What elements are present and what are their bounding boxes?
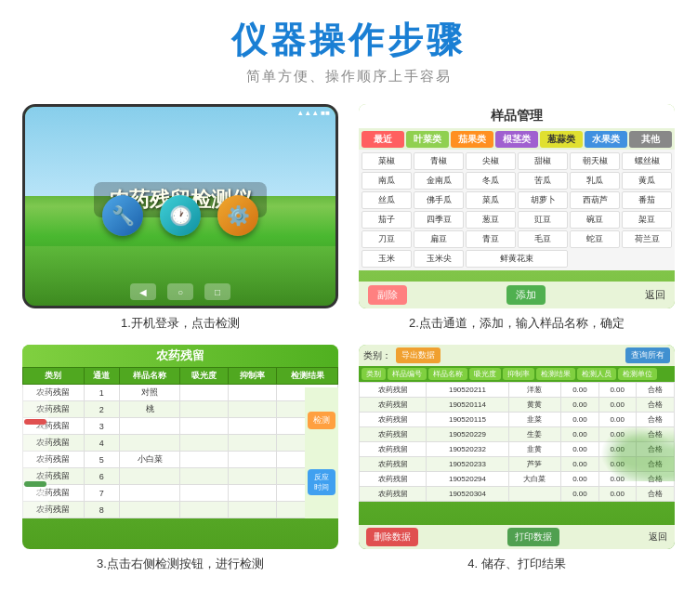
- sample-footer: 副除 添加 返回: [359, 282, 675, 308]
- delete-button[interactable]: 副除: [368, 285, 407, 305]
- result-panel: 类别： 导出数据 查询所有 类别 样品编号 样品名称 吸光度 抑制率 检测结果 …: [359, 345, 675, 549]
- device-buttons: 🔧 🕐 ⚙️: [102, 195, 258, 236]
- list-item[interactable]: 扁豆: [414, 230, 464, 248]
- detect-header: 农药残留: [22, 345, 338, 367]
- detect-button[interactable]: 检测: [308, 412, 335, 429]
- list-item[interactable]: 四季豆: [414, 211, 464, 229]
- tab-fruit[interactable]: 茄果类: [451, 131, 493, 148]
- list-item[interactable]: 荷兰豆: [622, 230, 672, 248]
- list-item[interactable]: 黄瓜: [622, 172, 672, 190]
- nav-btn-2[interactable]: ○: [167, 283, 193, 300]
- step-4-item: 类别： 导出数据 查询所有 类别 样品编号 样品名称 吸光度 抑制率 检测结果 …: [355, 345, 678, 572]
- step-2-item: 样品管理 最近 叶菜类 茄果类 根茎类 葱蒜类 水果类 其他 菜椒 青椒 尖椒 …: [355, 104, 678, 332]
- col-inhibition: 抑制率: [229, 368, 277, 385]
- filter-sample-no[interactable]: 样品编号: [388, 368, 427, 380]
- list-item[interactable]: 菜椒: [362, 152, 412, 170]
- table-row: 农药残留190520211洋葱0.000.00合格: [360, 383, 675, 398]
- list-item[interactable]: 茄子: [362, 211, 412, 229]
- list-item[interactable]: 鲜黄花束: [466, 250, 568, 268]
- list-item[interactable]: 青椒: [414, 152, 464, 170]
- view-all-button[interactable]: 查询所有: [625, 347, 670, 363]
- status-bar: ▲▲▲ ■■: [296, 109, 330, 117]
- list-item[interactable]: 乳瓜: [570, 172, 620, 190]
- filter-inspector[interactable]: 检测人员: [577, 368, 616, 380]
- list-item[interactable]: 甜椒: [518, 152, 568, 170]
- add-button[interactable]: 添加: [506, 285, 546, 305]
- list-item[interactable]: 尖椒: [466, 152, 516, 170]
- filter-inhibition[interactable]: 抑制率: [503, 368, 534, 380]
- table-row: 农药残留6: [23, 468, 338, 485]
- tab-root[interactable]: 根茎类: [495, 131, 538, 148]
- list-item[interactable]: 玉米: [362, 250, 412, 268]
- step-4-label: 4. 储存、打印结果: [467, 556, 565, 572]
- bg-trees: [600, 426, 675, 481]
- table-row: 农药残留2桃: [23, 401, 338, 418]
- list-item[interactable]: 毛豆: [518, 230, 568, 248]
- list-item[interactable]: 菜瓜: [466, 191, 516, 209]
- col-channel: 通道: [84, 368, 119, 385]
- table-row: 农药残留1905203040.000.00合格: [360, 487, 675, 502]
- nav-btn-1[interactable]: ◀: [130, 283, 156, 300]
- page-header: 仪器操作步骤 简单方便、操作顺序上手容易: [0, 0, 697, 91]
- left-buttons: 停止清楚 返回: [22, 387, 48, 518]
- list-item[interactable]: 刀豆: [362, 230, 412, 248]
- list-item[interactable]: 朝天椒: [570, 152, 620, 170]
- list-item[interactable]: 苦瓜: [518, 172, 568, 190]
- export-button[interactable]: 导出数据: [396, 347, 441, 363]
- settings-icon[interactable]: ⚙️: [217, 195, 258, 236]
- tab-other[interactable]: 其他: [629, 131, 672, 148]
- stop-button[interactable]: 停止清楚: [24, 419, 46, 425]
- result-top-bar: 类别： 导出数据 查询所有: [359, 345, 675, 366]
- tab-water[interactable]: 水果类: [585, 131, 627, 148]
- filter-unit[interactable]: 检测单位: [618, 368, 657, 380]
- table-row: 农药残留3: [23, 418, 338, 435]
- step-1-item: ▲▲▲ ■■ 农药残留检测仪 🔧 🕐 ⚙️ ◀ ○ □ 1.开机登录，点击检测: [19, 104, 342, 332]
- list-item[interactable]: 葱豆: [466, 211, 516, 229]
- list-item[interactable]: 番茄: [622, 191, 672, 209]
- device-bottom-bar: ◀ ○ □: [130, 283, 230, 300]
- category-label: 类别：: [363, 349, 391, 362]
- print-button[interactable]: 打印数据: [507, 528, 559, 546]
- back-button[interactable]: 返回: [645, 288, 665, 302]
- delete-data-button[interactable]: 删除数据: [366, 528, 418, 546]
- list-item[interactable]: 冬瓜: [466, 172, 516, 190]
- list-item[interactable]: 青豆: [466, 230, 516, 248]
- filter-absorbance[interactable]: 吸光度: [469, 368, 501, 380]
- list-item[interactable]: 南瓜: [362, 172, 412, 190]
- detect-table: 类别 通道 样品名称 吸光度 抑制率 检测结果 农药残留1对照: [22, 367, 338, 518]
- nav-btn-3[interactable]: □: [204, 283, 230, 300]
- sample-panel: 样品管理 最近 叶菜类 茄果类 根茎类 葱蒜类 水果类 其他 菜椒 青椒 尖椒 …: [359, 104, 675, 308]
- tab-recent[interactable]: 最近: [362, 131, 404, 148]
- list-item[interactable]: 螺丝椒: [622, 152, 672, 170]
- wrench-icon[interactable]: 🔧: [102, 195, 143, 236]
- device-screen: ▲▲▲ ■■ 农药残留检测仪 🔧 🕐 ⚙️ ◀ ○ □: [22, 104, 338, 308]
- col-sample-name: 样品名称: [119, 368, 180, 385]
- col-category: 类别: [23, 368, 85, 385]
- step-2-label: 2.点击通道，添加，输入样品名称，确定: [409, 315, 625, 332]
- result-filter-row: 类别 样品编号 样品名称 吸光度 抑制率 检测结果 检测人员 检测单位: [359, 366, 675, 382]
- tab-stem[interactable]: 葱蒜类: [540, 131, 583, 148]
- list-item[interactable]: 胡萝卜: [518, 191, 568, 209]
- list-item[interactable]: 金南瓜: [414, 172, 464, 190]
- list-item[interactable]: 丝瓜: [362, 191, 412, 209]
- list-item[interactable]: 架豆: [622, 211, 672, 229]
- list-item[interactable]: 西葫芦: [570, 191, 620, 209]
- list-item[interactable]: 蛇豆: [570, 230, 620, 248]
- reaction-time-button[interactable]: 反应时间: [308, 469, 335, 495]
- step-1-label: 1.开机登录，点击检测: [121, 315, 240, 332]
- return-button[interactable]: 返回: [24, 481, 46, 487]
- list-item[interactable]: 豇豆: [518, 211, 568, 229]
- filter-result[interactable]: 检测结果: [536, 368, 575, 380]
- list-item[interactable]: 碗豆: [570, 211, 620, 229]
- col-absorbance: 吸光度: [180, 368, 229, 385]
- sample-tabs: 最近 叶菜类 茄果类 根茎类 葱蒜类 水果类 其他: [359, 128, 675, 150]
- list-item[interactable]: 佛手瓜: [414, 191, 464, 209]
- back-button[interactable]: 返回: [649, 531, 667, 544]
- tab-leaf[interactable]: 叶菜类: [406, 131, 449, 148]
- detect-sidebar: 检测 反应时间: [305, 387, 338, 518]
- sample-header: 样品管理: [359, 104, 675, 128]
- filter-sample-name[interactable]: 样品名称: [428, 368, 467, 380]
- history-icon[interactable]: 🕐: [160, 195, 201, 236]
- list-item[interactable]: 玉米尖: [414, 250, 464, 268]
- filter-category[interactable]: 类别: [362, 368, 386, 380]
